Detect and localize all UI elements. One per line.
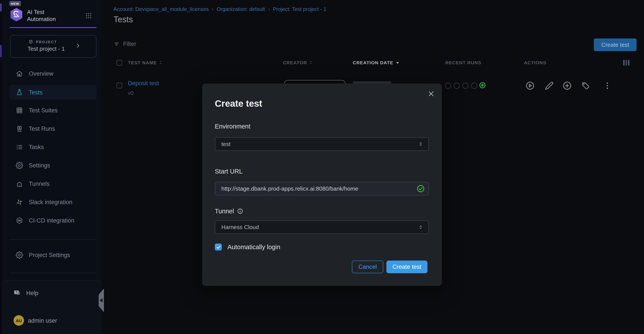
kebab-menu-icon[interactable] xyxy=(603,81,612,90)
sidebar-item-tests[interactable]: Tests xyxy=(10,85,96,100)
breadcrumb-organization[interactable]: Organization: default xyxy=(216,6,265,12)
app-title: AI Test Automation xyxy=(27,9,56,23)
sidebar-item-cicd-integration[interactable]: CI-CD integration xyxy=(10,213,96,228)
sidebar-footer-panel xyxy=(2,280,102,334)
project-selector[interactable]: PROJECT Test project - 1 xyxy=(10,35,96,58)
run-status-dot[interactable] xyxy=(454,83,460,89)
collapse-arrow-icon xyxy=(99,298,102,302)
start-url-value: http://stage.dbank.prod-apps.relicx.ai:8… xyxy=(221,185,358,192)
sidebar-divider-lower xyxy=(10,273,96,273)
close-icon[interactable] xyxy=(428,90,435,97)
environment-label: Environment xyxy=(215,123,250,130)
run-status-dot-passed[interactable] xyxy=(480,82,486,88)
create-test-dialog: Create test Environment test Start URL h… xyxy=(202,84,442,286)
sort-desc-icon xyxy=(395,60,400,65)
column-header-creator[interactable]: CREATOR xyxy=(283,60,313,65)
help-chat-icon: ? xyxy=(14,289,21,297)
sidebar: NEW AI Test Automation xyxy=(2,0,102,334)
sidebar-item-project-settings[interactable]: Project Settings xyxy=(10,247,96,262)
page-title: Tests xyxy=(114,15,133,25)
auto-login-label: Automatically login xyxy=(228,244,280,250)
chevron-right-icon xyxy=(75,43,81,49)
breadcrumb: Account: Devspace_all_module_licenses › … xyxy=(114,6,326,12)
run-status-dot[interactable] xyxy=(462,83,468,89)
tag-icon[interactable] xyxy=(581,81,590,90)
sort-icon xyxy=(158,60,163,65)
add-icon[interactable] xyxy=(562,81,572,90)
select-chevrons-icon xyxy=(418,224,424,230)
user-menu[interactable]: AU admin user xyxy=(14,315,57,326)
start-url-label: Start URL xyxy=(215,168,242,175)
cube-icon xyxy=(28,39,33,44)
tunnel-icon xyxy=(16,180,23,187)
run-test-icon[interactable] xyxy=(525,81,535,90)
edge-accent-mid xyxy=(0,45,2,57)
create-test-button[interactable]: Create test xyxy=(594,39,636,51)
app-switcher-icon[interactable] xyxy=(85,12,92,19)
avatar: AU xyxy=(14,315,24,326)
gear-icon xyxy=(16,161,23,169)
column-header-recent-runs: RECENT RUNS xyxy=(445,60,481,65)
sidebar-divider-upper xyxy=(10,239,96,240)
edit-icon[interactable] xyxy=(545,81,554,90)
sidebar-item-tunnels[interactable]: Tunnels xyxy=(10,176,96,191)
tunnel-label: Tunnel xyxy=(215,208,243,215)
sidebar-item-overview[interactable]: Overview xyxy=(10,66,96,81)
breadcrumb-separator: › xyxy=(212,6,214,12)
sidebar-item-slack-integration[interactable]: Slack integration xyxy=(10,195,96,209)
auto-login-checkbox[interactable] xyxy=(215,244,222,250)
column-header-actions: ACTIONS xyxy=(524,60,546,65)
auto-login-row: Automatically login xyxy=(215,244,280,250)
breadcrumb-account[interactable]: Account: Devspace_all_module_licenses xyxy=(114,6,209,12)
environment-select[interactable]: test xyxy=(215,137,429,151)
test-runs-icon xyxy=(16,125,23,132)
dialog-title: Create test xyxy=(215,98,262,109)
filter-button[interactable]: Filter xyxy=(114,41,136,47)
run-status-dot[interactable] xyxy=(445,83,451,89)
column-header-creation-date[interactable]: CREATION DATE xyxy=(353,60,400,65)
create-test-submit-button[interactable]: Create test xyxy=(386,261,428,273)
valid-check-icon xyxy=(416,185,425,193)
filter-icon xyxy=(114,41,120,47)
home-icon xyxy=(16,70,23,77)
app-logo-icon[interactable] xyxy=(10,8,23,22)
left-edge-strip xyxy=(0,0,2,334)
cancel-button[interactable]: Cancel xyxy=(352,261,383,273)
project-name: Test project - 1 xyxy=(28,46,65,52)
run-status-dot[interactable] xyxy=(471,83,477,89)
project-eyebrow: PROJECT xyxy=(28,39,57,44)
brand-divider xyxy=(10,27,96,28)
dialog-actions: Cancel Create test xyxy=(352,261,428,273)
info-icon[interactable] xyxy=(237,208,243,214)
svg-text:?: ? xyxy=(16,290,18,294)
row-checkbox[interactable] xyxy=(116,83,122,88)
checkmark-icon xyxy=(216,245,221,249)
sidebar-item-test-suites[interactable]: Test Suites xyxy=(10,103,96,118)
cicd-hexagon-link-icon xyxy=(16,217,23,224)
app-window: NEW AI Test Automation xyxy=(0,0,644,334)
select-chevrons-icon xyxy=(418,141,424,147)
sort-icon xyxy=(309,60,313,65)
tunnel-select[interactable]: Harness Cloud xyxy=(215,220,429,234)
select-all-checkbox[interactable] xyxy=(116,60,122,66)
sidebar-item-tasks[interactable]: Tasks xyxy=(10,139,96,154)
user-name: admin user xyxy=(28,317,57,324)
edge-accent-top xyxy=(0,4,2,11)
test-version: v0 xyxy=(128,90,134,96)
column-header-test-name[interactable]: TEST NAME xyxy=(128,60,163,65)
task-list-icon xyxy=(16,143,23,151)
sidebar-item-test-runs[interactable]: Test Runs xyxy=(10,121,96,136)
start-url-input[interactable]: http://stage.dbank.prod-apps.relicx.ai:8… xyxy=(215,182,429,195)
column-settings-icon[interactable] xyxy=(623,60,629,66)
gear-icon xyxy=(16,251,23,259)
flask-icon xyxy=(16,89,23,96)
sidebar-item-help[interactable]: ? Help xyxy=(14,289,38,297)
slack-icon xyxy=(16,198,23,206)
new-badge: NEW xyxy=(9,1,21,6)
test-name-link[interactable]: Deposit test xyxy=(128,80,159,87)
sidebar-item-settings[interactable]: Settings xyxy=(10,158,96,173)
breadcrumb-separator: › xyxy=(268,6,270,12)
grid-icon xyxy=(16,106,23,114)
creation-date-value xyxy=(353,81,391,84)
breadcrumb-project[interactable]: Project: Test project - 1 xyxy=(273,6,326,12)
